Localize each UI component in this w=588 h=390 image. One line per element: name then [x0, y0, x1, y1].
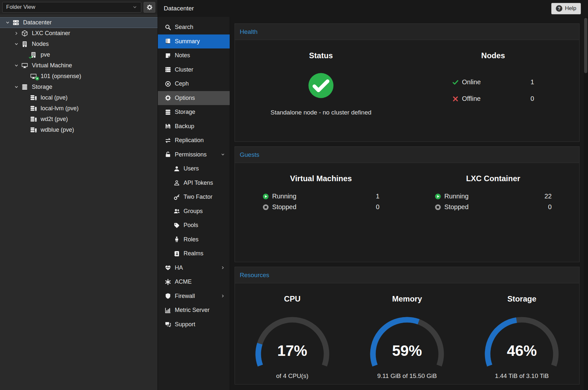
- search-icon: [165, 24, 171, 31]
- burst-icon: [164, 279, 171, 285]
- resource-storage: Storage46%1.44 TiB of 3.10 TiB: [465, 283, 579, 384]
- resources-panel-header: Resources: [235, 267, 579, 283]
- nav-item-search[interactable]: Search: [158, 20, 230, 34]
- nav-item-label: Ceph: [175, 80, 189, 87]
- display-icon: [30, 73, 38, 80]
- tree-item-label: 101 (opnsense): [41, 73, 81, 80]
- tree-expander-lxc-container[interactable]: [12, 31, 20, 36]
- resource-title: CPU: [284, 294, 300, 303]
- status-ok-icon: [307, 72, 335, 99]
- nav-item-label: Notes: [175, 52, 190, 59]
- nav-item-acme[interactable]: ACME: [158, 275, 230, 289]
- nav-item-metric-server[interactable]: Metric Server: [158, 303, 230, 317]
- play-circle-icon: [262, 193, 269, 200]
- nav-item-ceph[interactable]: Ceph: [158, 77, 230, 91]
- cluster-icon: [164, 66, 171, 73]
- note-icon: [164, 52, 171, 59]
- nav-item-pools[interactable]: Pools: [158, 218, 230, 233]
- scrollbar-thumb[interactable]: [584, 18, 587, 73]
- tree-item-101-opnsense[interactable]: 101 (opnsense): [0, 71, 158, 82]
- guest-group-lxc-container: LXC ContainerRunning22Stopped0: [407, 163, 579, 262]
- tree-item-wd2t-pve[interactable]: wd2t (pve): [0, 114, 158, 125]
- gear-icon: [164, 95, 171, 101]
- ceph-icon: [165, 81, 171, 87]
- user-o-icon: [173, 180, 180, 186]
- resource-memory: Memory59%9.11 GiB of 15.50 GiB: [350, 283, 464, 384]
- nav-item-notes[interactable]: Notes: [158, 48, 230, 63]
- nav-item-label: Metric Server: [175, 307, 210, 314]
- play-badge-icon: [35, 76, 39, 81]
- tree-expander-storage[interactable]: [12, 85, 20, 89]
- guests-panel-title: Guests: [240, 151, 259, 158]
- nav-item-firewall[interactable]: Firewall: [158, 289, 230, 303]
- gauge-memory: 59%: [358, 316, 456, 370]
- gauge-percent: 17%: [244, 342, 341, 359]
- tree-expander-virtual-machine[interactable]: [12, 63, 20, 68]
- tree-item-local-pve[interactable]: local (pve): [0, 92, 158, 103]
- tree-item-lxc-container[interactable]: LXC Container: [0, 28, 158, 39]
- tree-item-label: Storage: [32, 84, 52, 90]
- gauge-percent: 59%: [358, 342, 456, 359]
- check-icon: [452, 79, 459, 86]
- topbar: Datacenter ? Help: [158, 0, 588, 17]
- vertical-scrollbar[interactable]: [584, 17, 588, 390]
- nav-item-realms[interactable]: Realms: [158, 247, 230, 261]
- play-circle-icon: [435, 193, 441, 200]
- nav-item-cluster[interactable]: Cluster: [158, 63, 230, 77]
- building-icon: [21, 41, 28, 47]
- tree-expander-nodes[interactable]: [12, 42, 20, 47]
- health-panel-title: Health: [240, 28, 258, 35]
- nav-item-label: Summary: [175, 38, 200, 45]
- tree-item-label: pve: [41, 51, 50, 58]
- help-button-label: Help: [565, 5, 576, 12]
- nav-item-options[interactable]: Options: [158, 91, 230, 105]
- nav-item-users[interactable]: Users: [158, 162, 230, 176]
- health-panel: Health Status Standalone node - no clust…: [235, 23, 580, 142]
- search-icon: [164, 24, 171, 31]
- main-area: SearchSummaryNotesClusterCephOptionsStor…: [158, 17, 588, 390]
- nav-item-summary[interactable]: Summary: [158, 34, 230, 49]
- health-panel-header: Health: [235, 24, 579, 40]
- nav-item-ha[interactable]: HA: [158, 261, 230, 275]
- nav-item-label: Search: [175, 24, 193, 31]
- tree-item-datacenter[interactable]: Datacenter: [0, 17, 158, 28]
- database-drive-icon: [30, 105, 38, 112]
- database-icon: [21, 84, 29, 90]
- nav-item-backup[interactable]: Backup: [158, 119, 230, 134]
- nav-item-roles[interactable]: Roles: [158, 233, 230, 247]
- person-icon: [173, 236, 180, 243]
- user-icon: [173, 166, 180, 172]
- nav-item-groups[interactable]: Groups: [158, 204, 230, 219]
- check-badge-icon: [29, 55, 33, 59]
- database-drive-icon: [30, 127, 37, 133]
- users-icon: [173, 208, 180, 214]
- help-button[interactable]: ? Help: [551, 3, 581, 14]
- caret-down-icon: [14, 42, 19, 47]
- tree-item-nodes[interactable]: Nodes: [0, 39, 158, 49]
- tree-settings-button[interactable]: [144, 2, 155, 13]
- tree-expander-datacenter[interactable]: [3, 20, 12, 25]
- key-icon: [173, 194, 180, 200]
- tree-item-label: Datacenter: [23, 19, 52, 26]
- users-icon: [173, 208, 180, 214]
- tree-item-storage[interactable]: Storage: [0, 82, 158, 92]
- nav-item-label: Support: [175, 321, 195, 328]
- nav-item-support[interactable]: Support: [158, 317, 230, 332]
- nav-item-permissions[interactable]: Permissions: [158, 148, 230, 162]
- tree-item-pve[interactable]: pve: [0, 49, 158, 60]
- tree-item-local-lvm-pve[interactable]: local-lvm (pve): [0, 103, 158, 114]
- nav-item-storage[interactable]: Storage: [158, 105, 230, 119]
- resource-title: Memory: [392, 294, 422, 303]
- guest-status-label: Running: [272, 193, 297, 200]
- note-icon: [165, 52, 171, 59]
- exchange-icon: [164, 137, 171, 144]
- guest-status-rows: Running1Stopped0: [262, 191, 379, 212]
- nav-item-two-factor[interactable]: Two Factor: [158, 190, 230, 204]
- nav-item-replication[interactable]: Replication: [158, 133, 230, 148]
- tree-item-wdblue-pve[interactable]: wdblue (pve): [0, 125, 158, 135]
- nav-item-api-tokens[interactable]: API Tokens: [158, 176, 230, 190]
- view-mode-select[interactable]: Folder View: [2, 2, 141, 13]
- building-icon: [21, 41, 29, 47]
- address-book-icon: [173, 250, 180, 257]
- tree-item-virtual-machine[interactable]: Virtual Machine: [0, 60, 158, 71]
